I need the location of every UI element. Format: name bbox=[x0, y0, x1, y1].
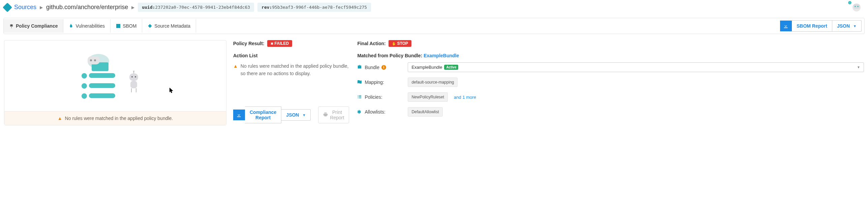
svg-point-16 bbox=[133, 71, 134, 72]
mapping-label: Mapping: bbox=[365, 80, 384, 85]
flame-icon bbox=[69, 24, 73, 28]
warning-icon: ▲ bbox=[233, 63, 238, 69]
svg-point-4 bbox=[848, 1, 851, 4]
hand-icon-stop: ✋ bbox=[392, 42, 396, 45]
map-icon bbox=[357, 80, 363, 85]
svg-point-10 bbox=[90, 59, 92, 61]
diamond-icon bbox=[148, 24, 152, 28]
empty-state-footer: ▲ No rules were matched in the applied p… bbox=[4, 111, 226, 125]
policies-label: Policies: bbox=[365, 94, 382, 100]
download-icon-button[interactable] bbox=[780, 21, 792, 31]
active-badge: Active bbox=[444, 65, 458, 70]
action-list-text: No rules were matched in the applied pol… bbox=[241, 62, 351, 78]
allowlists-label-row: ✱ Allowlists: bbox=[357, 109, 404, 115]
json-dropdown-button[interactable]: JSON ▼ bbox=[832, 20, 862, 32]
bundle-select-value: ExampleBundle bbox=[411, 65, 442, 70]
asterisk-icon: ✱ bbox=[357, 109, 363, 115]
json-label: JSON bbox=[286, 112, 299, 118]
bundle-panel: Final Action: ✋ STOP Matched from Policy… bbox=[357, 40, 864, 125]
svg-point-3 bbox=[857, 6, 859, 7]
print-report-label: Print Report bbox=[330, 110, 344, 120]
briefcase-icon bbox=[357, 64, 363, 70]
compliance-report-button-group: Compliance Report JSON ▼ bbox=[233, 104, 311, 125]
policies-more-link[interactable]: and 1 more bbox=[454, 95, 476, 100]
cursor-icon bbox=[169, 88, 174, 95]
uuid-value: 237202a0-70ec-4578-9941-23eb4f84dc63 bbox=[155, 5, 250, 10]
chevron-right-icon: ▶ bbox=[40, 5, 43, 10]
tab-policy-compliance[interactable]: Policy Compliance bbox=[4, 19, 63, 33]
caret-down-icon: ▼ bbox=[302, 113, 306, 117]
breadcrumb: Sources ▶ github.com/anchore/enterprise … bbox=[0, 0, 868, 14]
action-panel: Policy Result: ✖ FAILED Action List ▲ No… bbox=[233, 40, 350, 125]
json-dropdown-button[interactable]: JSON ▼ bbox=[281, 109, 311, 121]
tabs-row: Policy Compliance Vulnerabilities SBOM S… bbox=[3, 18, 865, 34]
sbom-report-button[interactable]: SBOM Report bbox=[792, 20, 832, 32]
allowlists-chip: DefaultAllowlist bbox=[408, 107, 442, 117]
tab-label: SBOM bbox=[123, 23, 136, 29]
empty-state-message: No rules were matched in the applied pol… bbox=[65, 116, 173, 121]
square-icon bbox=[116, 24, 121, 28]
scales-icon bbox=[9, 24, 14, 28]
matched-bundle-link[interactable]: ExampleBundle bbox=[424, 53, 459, 58]
breadcrumb-root-link[interactable]: Sources bbox=[14, 4, 36, 11]
action-list-title: Action List bbox=[233, 53, 350, 58]
main-content: ▲ No rules were matched in the applied p… bbox=[0, 34, 868, 131]
uuid-label: uuid: bbox=[142, 5, 155, 10]
bundle-label: Bundle bbox=[365, 65, 379, 70]
x-circle-icon: ✖ bbox=[271, 42, 273, 45]
policy-result-value: FAILED bbox=[275, 41, 289, 46]
info-icon[interactable]: i bbox=[381, 65, 386, 70]
allowlists-label: Allowlists: bbox=[365, 109, 385, 115]
empty-state-panel: ▲ No rules were matched in the applied p… bbox=[4, 40, 226, 125]
tab-vulnerabilities[interactable]: Vulnerabilities bbox=[63, 19, 111, 33]
final-action-value: STOP bbox=[397, 41, 408, 46]
rev-pill: rev:95b3eaf3-996f-446b-ae78-fecf5949c275 bbox=[257, 3, 371, 12]
svg-rect-12 bbox=[129, 73, 138, 81]
svg-rect-5 bbox=[116, 24, 120, 28]
app-logo-icon bbox=[3, 2, 12, 12]
svg-rect-1 bbox=[853, 4, 860, 9]
svg-point-2 bbox=[855, 6, 856, 7]
bundle-label-row: Bundle i bbox=[357, 64, 404, 70]
mapping-label-row: Mapping: bbox=[357, 80, 404, 85]
chevron-right-icon: ▶ bbox=[131, 5, 134, 10]
svg-rect-17 bbox=[130, 81, 137, 88]
policy-result-badge: ✖ FAILED bbox=[267, 40, 292, 47]
caret-down-icon: ▼ bbox=[853, 24, 857, 28]
matched-label: Matched from Policy Bundle: bbox=[357, 53, 422, 58]
svg-point-14 bbox=[135, 76, 136, 78]
policy-result-label: Policy Result: bbox=[233, 41, 265, 46]
printer-icon bbox=[323, 112, 328, 118]
tab-source-metadata[interactable]: Source Metadata bbox=[142, 19, 196, 33]
list-icon bbox=[357, 94, 363, 100]
breadcrumb-repo-path: github.com/anchore/enterprise bbox=[46, 4, 128, 11]
uuid-pill: uuid:237202a0-70ec-4578-9941-23eb4f84dc6… bbox=[138, 3, 254, 12]
tab-label: Source Metadata bbox=[154, 23, 190, 29]
policies-chip: NewPolicyRuleset bbox=[408, 92, 448, 102]
download-icon-button[interactable] bbox=[233, 110, 245, 120]
rev-value: 95b3eaf3-996f-446b-ae78-fecf5949c275 bbox=[272, 5, 367, 10]
empty-state-body bbox=[4, 40, 226, 111]
print-report-button[interactable]: Print Report bbox=[318, 106, 349, 123]
tab-label: Policy Compliance bbox=[16, 23, 58, 29]
mascot-illustration bbox=[844, 0, 865, 15]
policies-label-row: Policies: bbox=[357, 94, 404, 100]
rev-label: rev: bbox=[261, 5, 272, 10]
svg-point-11 bbox=[94, 59, 96, 61]
final-action-badge: ✋ STOP bbox=[389, 40, 411, 47]
svg-rect-9 bbox=[88, 56, 100, 64]
mapping-chip: default-source-mapping bbox=[408, 78, 458, 87]
tab-label: Vulnerabilities bbox=[75, 23, 105, 29]
action-list-message: ▲ No rules were matched in the applied p… bbox=[233, 62, 350, 78]
compliance-report-button[interactable]: Compliance Report bbox=[245, 106, 281, 123]
bundle-select[interactable]: ExampleBundle Active ▼ bbox=[408, 62, 864, 72]
warning-icon: ▲ bbox=[58, 116, 62, 121]
matched-bundle-title: Matched from Policy Bundle: ExampleBundl… bbox=[357, 53, 864, 58]
svg-rect-6 bbox=[148, 24, 152, 28]
empty-state-illustration bbox=[82, 52, 149, 99]
svg-point-13 bbox=[131, 76, 133, 78]
caret-down-icon: ▼ bbox=[857, 65, 860, 69]
final-action-label: Final Action: bbox=[357, 41, 385, 46]
tab-sbom[interactable]: SBOM bbox=[111, 19, 142, 33]
json-label: JSON bbox=[837, 23, 850, 29]
